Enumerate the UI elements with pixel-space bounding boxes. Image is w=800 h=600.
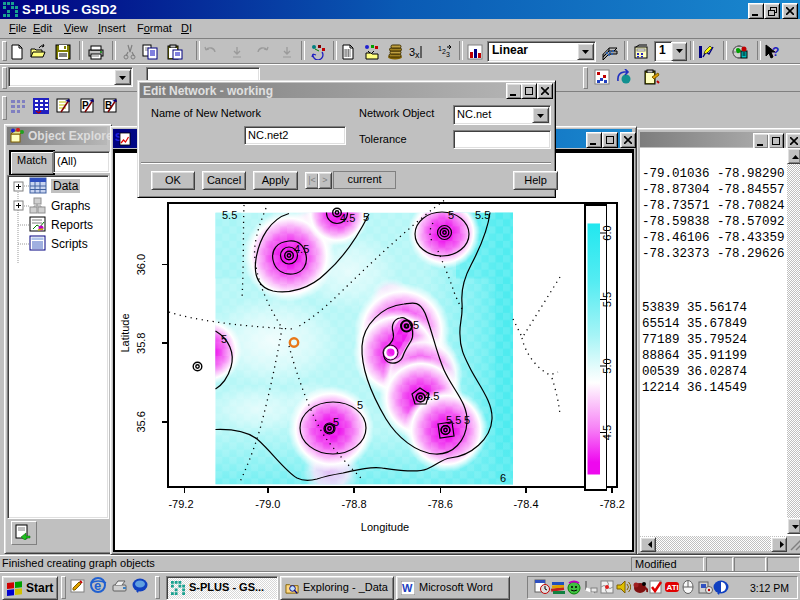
- svg-text:4.5: 4.5: [424, 390, 439, 402]
- svg-text:5: 5: [221, 333, 227, 345]
- svg-text:-78.4: -78.4: [513, 498, 538, 510]
- svg-text:Longitude: Longitude: [361, 521, 409, 533]
- svg-text:-78.6: -78.6: [428, 498, 453, 510]
- svg-text:35.6: 35.6: [135, 411, 147, 432]
- svg-text:5: 5: [333, 416, 339, 428]
- svg-text:Latitude: Latitude: [119, 313, 131, 352]
- svg-text:36.0: 36.0: [135, 254, 147, 275]
- svg-text:B: B: [105, 100, 112, 111]
- svg-text:6.0: 6.0: [601, 225, 613, 240]
- svg-text:W: W: [402, 582, 413, 594]
- svg-text:5.5: 5.5: [475, 209, 490, 221]
- svg-text:5: 5: [448, 209, 454, 221]
- svg-text:35.8: 35.8: [135, 332, 147, 353]
- svg-text:4.5: 4.5: [340, 212, 355, 224]
- svg-text:4.5: 4.5: [601, 425, 613, 440]
- svg-text:5: 5: [363, 211, 369, 223]
- svg-text:5: 5: [357, 399, 363, 411]
- svg-text:-78.8: -78.8: [342, 498, 367, 510]
- svg-text:5.5: 5.5: [601, 292, 613, 307]
- svg-text:5.5: 5.5: [446, 414, 461, 426]
- svg-text:P: P: [82, 100, 89, 111]
- svg-text:-78.2: -78.2: [600, 498, 625, 510]
- svg-text:ATI: ATI: [667, 583, 679, 592]
- svg-text:x: x: [415, 50, 420, 60]
- svg-text:5.0: 5.0: [601, 358, 613, 373]
- svg-text:5: 5: [464, 414, 470, 426]
- svg-text:-79.0: -79.0: [255, 498, 280, 510]
- svg-text:?: ?: [772, 45, 779, 59]
- svg-text:6: 6: [500, 472, 506, 484]
- svg-text:5.5: 5.5: [222, 209, 237, 221]
- svg-text:e: e: [94, 578, 101, 593]
- svg-text:4.5: 4.5: [294, 243, 309, 255]
- svg-text:5: 5: [413, 319, 419, 331]
- svg-text:-79.2: -79.2: [168, 498, 193, 510]
- svg-text:3: 3: [446, 51, 450, 58]
